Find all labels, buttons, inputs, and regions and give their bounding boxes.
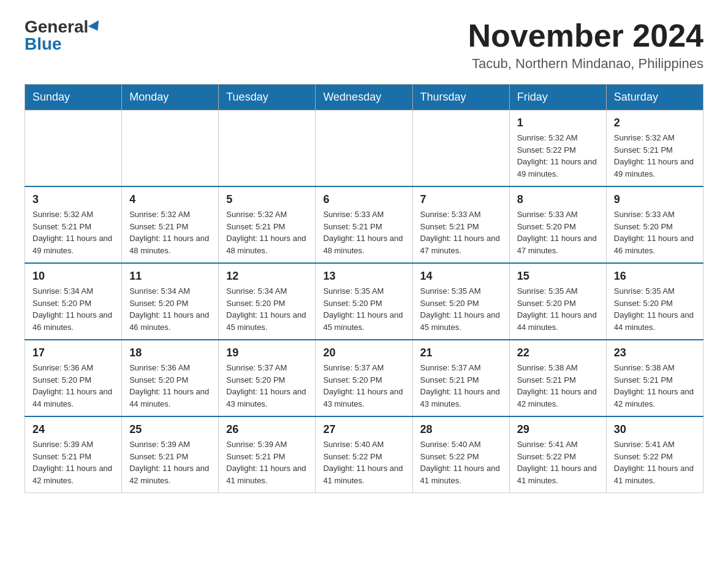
day-number: 30 [614,423,696,436]
day-info: Sunrise: 5:37 AMSunset: 5:21 PMDaylight:… [420,362,502,410]
day-info: Sunrise: 5:32 AMSunset: 5:21 PMDaylight:… [614,132,696,180]
calendar-week-row: 3Sunrise: 5:32 AMSunset: 5:21 PMDaylight… [25,186,703,263]
day-number: 20 [323,347,404,359]
day-number: 27 [323,423,404,436]
day-number: 18 [129,347,211,359]
page-header: General Blue November 2024 Tacub, Northe… [25,18,703,72]
calendar-cell: 22Sunrise: 5:38 AMSunset: 5:21 PMDayligh… [509,340,606,416]
day-number: 10 [32,270,114,283]
day-number: 16 [614,270,696,283]
calendar-cell: 25Sunrise: 5:39 AMSunset: 5:21 PMDayligh… [122,416,219,493]
logo-triangle-icon [88,20,103,34]
calendar-cell: 28Sunrise: 5:40 AMSunset: 5:22 PMDayligh… [412,416,509,493]
day-info: Sunrise: 5:33 AMSunset: 5:21 PMDaylight:… [420,209,502,256]
calendar-cell [219,110,316,187]
calendar-cell: 7Sunrise: 5:33 AMSunset: 5:21 PMDaylight… [412,186,509,263]
day-info: Sunrise: 5:37 AMSunset: 5:20 PMDaylight:… [323,362,404,410]
day-info: Sunrise: 5:38 AMSunset: 5:21 PMDaylight:… [614,362,696,410]
month-title: November 2024 [468,18,703,53]
day-number: 24 [32,423,114,436]
day-info: Sunrise: 5:40 AMSunset: 5:22 PMDaylight:… [323,439,404,486]
day-info: Sunrise: 5:34 AMSunset: 5:20 PMDaylight:… [32,285,114,333]
day-number: 21 [420,347,502,359]
day-info: Sunrise: 5:35 AMSunset: 5:20 PMDaylight:… [420,285,502,333]
day-number: 1 [517,117,599,129]
calendar-day-header: Tuesday [219,85,316,110]
calendar-header-row: SundayMondayTuesdayWednesdayThursdayFrid… [25,85,703,110]
day-info: Sunrise: 5:32 AMSunset: 5:22 PMDaylight:… [517,132,599,180]
calendar-day-header: Sunday [25,85,122,110]
calendar-day-header: Monday [122,85,219,110]
day-number: 8 [517,193,599,206]
calendar-cell: 12Sunrise: 5:34 AMSunset: 5:20 PMDayligh… [219,263,316,340]
day-info: Sunrise: 5:40 AMSunset: 5:22 PMDaylight:… [420,439,502,486]
day-number: 19 [226,347,308,359]
day-info: Sunrise: 5:41 AMSunset: 5:22 PMDaylight:… [614,439,696,486]
calendar-cell: 23Sunrise: 5:38 AMSunset: 5:21 PMDayligh… [606,340,703,416]
calendar-cell [412,110,509,187]
calendar-cell: 30Sunrise: 5:41 AMSunset: 5:22 PMDayligh… [606,416,703,493]
day-number: 2 [614,117,696,129]
calendar-cell: 8Sunrise: 5:33 AMSunset: 5:20 PMDaylight… [509,186,606,263]
day-number: 6 [323,193,404,206]
calendar-week-row: 10Sunrise: 5:34 AMSunset: 5:20 PMDayligh… [25,263,703,340]
logo: General Blue [25,18,102,53]
calendar-cell: 5Sunrise: 5:32 AMSunset: 5:21 PMDaylight… [219,186,316,263]
day-number: 7 [420,193,502,206]
calendar-week-row: 1Sunrise: 5:32 AMSunset: 5:22 PMDaylight… [25,110,703,187]
logo-blue-text: Blue [25,36,62,53]
day-info: Sunrise: 5:36 AMSunset: 5:20 PMDaylight:… [129,362,211,410]
day-info: Sunrise: 5:34 AMSunset: 5:20 PMDaylight:… [226,285,308,333]
location-title: Tacub, Northern Mindanao, Philippines [468,56,703,72]
calendar-cell: 27Sunrise: 5:40 AMSunset: 5:22 PMDayligh… [316,416,412,493]
calendar-day-header: Friday [509,85,606,110]
calendar-cell [316,110,412,187]
day-info: Sunrise: 5:33 AMSunset: 5:20 PMDaylight:… [517,209,599,256]
day-info: Sunrise: 5:32 AMSunset: 5:21 PMDaylight:… [226,209,308,256]
day-info: Sunrise: 5:38 AMSunset: 5:21 PMDaylight:… [517,362,599,410]
calendar-cell: 15Sunrise: 5:35 AMSunset: 5:20 PMDayligh… [509,263,606,340]
day-info: Sunrise: 5:41 AMSunset: 5:22 PMDaylight:… [517,439,599,486]
day-info: Sunrise: 5:35 AMSunset: 5:20 PMDaylight:… [614,285,696,333]
calendar-day-header: Saturday [606,85,703,110]
calendar-cell: 21Sunrise: 5:37 AMSunset: 5:21 PMDayligh… [412,340,509,416]
day-info: Sunrise: 5:32 AMSunset: 5:21 PMDaylight:… [129,209,211,256]
calendar-cell: 2Sunrise: 5:32 AMSunset: 5:21 PMDaylight… [606,110,703,187]
logo-general-text: General [25,18,88,36]
day-info: Sunrise: 5:39 AMSunset: 5:21 PMDaylight:… [129,439,211,486]
day-number: 29 [517,423,599,436]
day-number: 28 [420,423,502,436]
calendar-cell [25,110,122,187]
day-number: 15 [517,270,599,283]
day-info: Sunrise: 5:35 AMSunset: 5:20 PMDaylight:… [517,285,599,333]
calendar-cell: 20Sunrise: 5:37 AMSunset: 5:20 PMDayligh… [316,340,412,416]
day-number: 17 [32,347,114,359]
calendar-week-row: 24Sunrise: 5:39 AMSunset: 5:21 PMDayligh… [25,416,703,493]
calendar-cell: 13Sunrise: 5:35 AMSunset: 5:20 PMDayligh… [316,263,412,340]
day-number: 9 [614,193,696,206]
calendar-cell [122,110,219,187]
day-number: 26 [226,423,308,436]
day-info: Sunrise: 5:33 AMSunset: 5:21 PMDaylight:… [323,209,404,256]
day-number: 5 [226,193,308,206]
calendar-cell: 16Sunrise: 5:35 AMSunset: 5:20 PMDayligh… [606,263,703,340]
day-number: 22 [517,347,599,359]
calendar-cell: 3Sunrise: 5:32 AMSunset: 5:21 PMDaylight… [25,186,122,263]
calendar-cell: 26Sunrise: 5:39 AMSunset: 5:21 PMDayligh… [219,416,316,493]
calendar-cell: 14Sunrise: 5:35 AMSunset: 5:20 PMDayligh… [412,263,509,340]
day-info: Sunrise: 5:36 AMSunset: 5:20 PMDaylight:… [32,362,114,410]
day-info: Sunrise: 5:32 AMSunset: 5:21 PMDaylight:… [32,209,114,256]
calendar-day-header: Thursday [412,85,509,110]
day-info: Sunrise: 5:39 AMSunset: 5:21 PMDaylight:… [226,439,308,486]
day-number: 23 [614,347,696,359]
calendar-week-row: 17Sunrise: 5:36 AMSunset: 5:20 PMDayligh… [25,340,703,416]
day-number: 3 [32,193,114,206]
calendar-cell: 19Sunrise: 5:37 AMSunset: 5:20 PMDayligh… [219,340,316,416]
calendar-cell: 4Sunrise: 5:32 AMSunset: 5:21 PMDaylight… [122,186,219,263]
calendar-table: SundayMondayTuesdayWednesdayThursdayFrid… [25,84,703,493]
day-number: 13 [323,270,404,283]
day-number: 12 [226,270,308,283]
day-number: 11 [129,270,211,283]
day-info: Sunrise: 5:37 AMSunset: 5:20 PMDaylight:… [226,362,308,410]
calendar-cell: 6Sunrise: 5:33 AMSunset: 5:21 PMDaylight… [316,186,412,263]
